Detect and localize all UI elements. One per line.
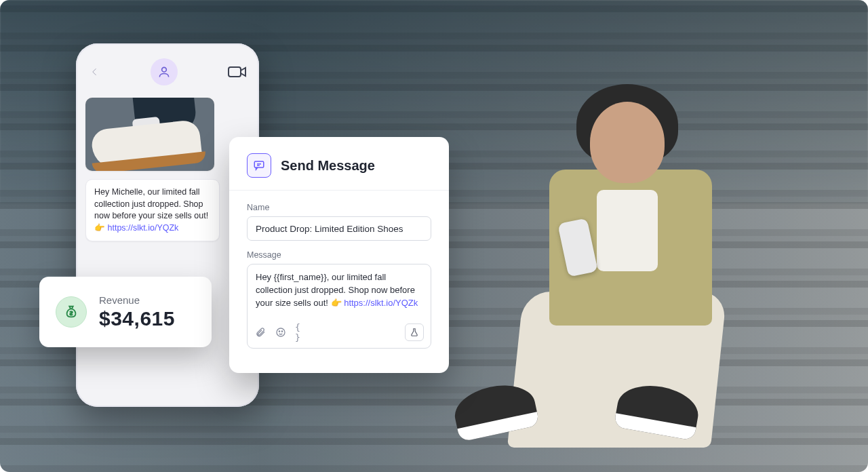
message-box: Hey {{first_name}}, our limited fall col… <box>247 264 431 349</box>
chat-bubble-icon <box>247 153 271 178</box>
back-icon[interactable] <box>88 66 100 78</box>
svg-point-3 <box>277 328 285 336</box>
name-label: Name <box>247 203 431 212</box>
phone-header <box>76 43 259 92</box>
svg-rect-1 <box>229 67 241 77</box>
svg-point-4 <box>279 331 279 332</box>
ab-test-icon[interactable] <box>405 323 424 341</box>
profile-avatar-button[interactable] <box>151 58 178 85</box>
message-text[interactable]: Hey {{first_name}}, our limited fall col… <box>248 264 431 318</box>
svg-point-5 <box>281 331 282 332</box>
merge-tag-icon[interactable]: { } <box>295 326 307 338</box>
panel-header: Send Message <box>229 137 449 191</box>
chat-image-bubble <box>85 98 214 171</box>
message-field: Message Hey {{first_name}}, our limited … <box>247 250 431 349</box>
revenue-label: Revenue <box>99 294 175 306</box>
name-input[interactable] <box>247 216 431 241</box>
panel-title: Send Message <box>281 158 375 174</box>
message-label: Message <box>247 250 431 260</box>
chat-text-bubble: Hey Michelle, our limited fall collectio… <box>85 179 220 241</box>
attachment-icon[interactable] <box>254 326 267 338</box>
person-illustration <box>468 88 712 441</box>
hero-stage: Hey Michelle, our limited fall collectio… <box>0 0 868 472</box>
message-link[interactable]: https://slkt.io/YQZk <box>344 298 418 308</box>
emoji-icon[interactable] <box>275 326 287 338</box>
message-toolbar: { } <box>248 318 431 348</box>
revenue-value: $34,615 <box>99 307 175 330</box>
chat-link[interactable]: https://slkt.io/YQZk <box>107 223 178 233</box>
money-bag-icon <box>56 296 87 328</box>
name-field: Name <box>247 203 431 241</box>
video-call-icon[interactable] <box>228 65 247 79</box>
revenue-card: Revenue $34,615 <box>39 277 212 347</box>
send-message-panel: Send Message Name Message Hey {{first_na… <box>229 137 449 373</box>
svg-point-0 <box>162 67 167 72</box>
